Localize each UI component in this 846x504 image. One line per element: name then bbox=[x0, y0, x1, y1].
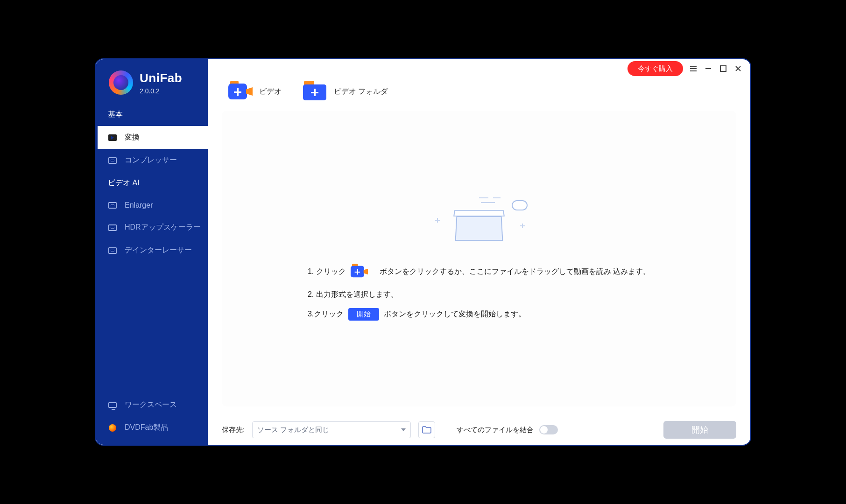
minimize-icon[interactable] bbox=[704, 64, 713, 73]
sidebar-section-ai: ビデオ AI bbox=[96, 172, 208, 195]
add-folder-label: ビデオ フォルダ bbox=[334, 87, 388, 97]
sidebar-item-hdr-upscaler[interactable]: HDRアップスケーラー bbox=[96, 216, 208, 239]
merge-all-toggle[interactable] bbox=[539, 425, 558, 434]
app-logo-icon bbox=[109, 70, 133, 95]
save-to-value: ソース フォルダと同じ bbox=[257, 426, 329, 434]
main-area: 今すぐ購入 ビデオ bbox=[208, 59, 750, 445]
add-video-inline-icon bbox=[351, 265, 368, 279]
step-2: 2. 出力形式を選択します。 bbox=[308, 290, 650, 300]
brand-text: UniFab 2.0.0.2 bbox=[140, 71, 182, 95]
save-to-label: 保存先: bbox=[222, 426, 245, 434]
sidebar-item-enlarger[interactable]: Enlarger bbox=[96, 195, 208, 216]
close-icon[interactable] bbox=[733, 64, 743, 73]
sidebar-item-convert[interactable]: 変換 bbox=[98, 126, 208, 149]
footer-bar: 保存先: ソース フォルダと同じ すべてのファイルを結合 開始 bbox=[208, 415, 750, 445]
sidebar-item-dvdfab[interactable]: DVDFab製品 bbox=[96, 416, 208, 445]
svg-rect-0 bbox=[720, 66, 726, 71]
instruction-steps: 1. クリック ボタンをクリックするか、ここにファイルをドラッグして動画を読み … bbox=[308, 262, 650, 321]
step-1-prefix: 1. クリック bbox=[308, 267, 346, 277]
drop-zone[interactable]: 1. クリック ボタンをクリックするか、ここにファイルをドラッグして動画を読み … bbox=[222, 111, 736, 406]
menu-icon[interactable] bbox=[689, 64, 698, 73]
convert-icon bbox=[108, 134, 117, 141]
sidebar: UniFab 2.0.0.2 基本 変換 コンプレッサー ビデオ AI Enla… bbox=[96, 59, 208, 445]
buy-now-button[interactable]: 今すぐ購入 bbox=[627, 61, 683, 76]
sidebar-item-label: Enlarger bbox=[125, 201, 153, 210]
sidebar-section-basic: 基本 bbox=[96, 103, 208, 126]
start-chip-icon: 開始 bbox=[348, 308, 379, 321]
empty-box-illustration-icon bbox=[432, 196, 526, 248]
merge-all-row: すべてのファイルを結合 bbox=[457, 425, 558, 434]
workspace-icon bbox=[108, 401, 117, 409]
maximize-icon[interactable] bbox=[719, 64, 728, 73]
sidebar-item-label: DVDFab製品 bbox=[125, 423, 168, 433]
browse-folder-button[interactable] bbox=[418, 421, 435, 438]
brand-block: UniFab 2.0.0.2 bbox=[96, 59, 208, 103]
sidebar-item-label: 変換 bbox=[125, 133, 140, 142]
step-1: 1. クリック ボタンをクリックするか、ここにファイルをドラッグして動画を読み … bbox=[308, 262, 650, 281]
sidebar-item-label: コンプレッサー bbox=[125, 155, 177, 165]
start-button[interactable]: 開始 bbox=[663, 421, 736, 439]
add-folder-icon bbox=[303, 82, 327, 101]
dvdfab-icon bbox=[108, 424, 117, 432]
app-version: 2.0.0.2 bbox=[140, 87, 182, 95]
folder-icon bbox=[422, 426, 431, 434]
sidebar-item-label: HDRアップスケーラー bbox=[125, 223, 201, 232]
sidebar-item-deinterlacer[interactable]: デインターレーサー bbox=[96, 239, 208, 262]
step-3: 3.クリック 開始 ボタンをクリックして変換を開始します。 bbox=[308, 308, 650, 321]
source-row: ビデオ ビデオ フォルダ bbox=[208, 78, 750, 111]
hdr-icon bbox=[108, 224, 117, 231]
chevron-down-icon bbox=[401, 428, 406, 431]
sidebar-item-label: デインターレーサー bbox=[125, 245, 192, 255]
step-3-suffix: ボタンをクリックして変換を開始します。 bbox=[384, 309, 526, 319]
deinterlace-icon bbox=[108, 247, 117, 254]
app-name: UniFab bbox=[140, 71, 182, 85]
add-video-button[interactable]: ビデオ bbox=[228, 82, 282, 101]
save-to-select[interactable]: ソース フォルダと同じ bbox=[252, 421, 411, 438]
compressor-icon bbox=[108, 157, 117, 164]
merge-all-label: すべてのファイルを結合 bbox=[457, 426, 534, 434]
sidebar-item-workspace[interactable]: ワークスペース bbox=[96, 393, 208, 416]
step-2-text: 2. 出力形式を選択します。 bbox=[308, 290, 398, 300]
enlarger-icon bbox=[108, 202, 117, 209]
titlebar: 今すぐ購入 bbox=[208, 59, 750, 78]
step-1-suffix: ボタンをクリックするか、ここにファイルをドラッグして動画を読み 込みます。 bbox=[380, 267, 650, 277]
app-window: UniFab 2.0.0.2 基本 変換 コンプレッサー ビデオ AI Enla… bbox=[95, 58, 751, 446]
add-video-label: ビデオ bbox=[259, 87, 282, 97]
sidebar-item-label: ワークスペース bbox=[125, 400, 177, 410]
step-3-prefix: 3.クリック bbox=[308, 309, 344, 319]
sidebar-item-compressor[interactable]: コンプレッサー bbox=[96, 149, 208, 172]
add-folder-button[interactable]: ビデオ フォルダ bbox=[303, 82, 388, 101]
add-video-icon bbox=[228, 82, 253, 101]
